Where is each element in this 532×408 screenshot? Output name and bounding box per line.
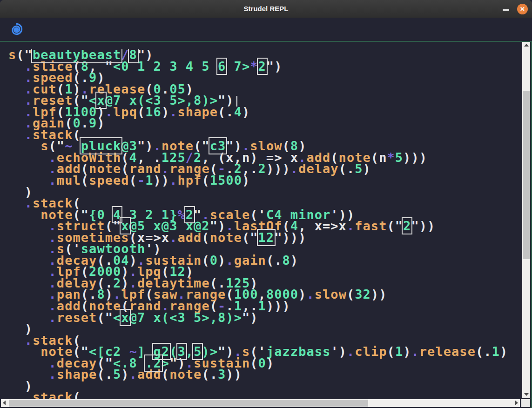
code-token[interactable]: 2 [258, 161, 266, 176]
horizontal-scrollbar[interactable] [1, 399, 520, 407]
code-token[interactable]: ) [242, 105, 250, 119]
code-area[interactable]: s("beautybeast/8") .slice(8, "<0 1 2 3 4… [8, 49, 519, 408]
scroll-left-button[interactable] [1, 399, 8, 407]
code-token[interactable]: (. [202, 367, 218, 381]
code-token[interactable]: 16 [145, 105, 162, 119]
code-token[interactable]: slow [315, 287, 347, 301]
code-token[interactable]: . [81, 116, 89, 130]
code-line[interactable]: .shape(.5).add(note(.3)) [8, 369, 519, 381]
code-token[interactable]: ( [162, 367, 169, 381]
highlighted-token[interactable]: x [121, 310, 129, 325]
code-token[interactable]: add [177, 230, 202, 245]
code-token[interactable]: 5 [395, 150, 403, 165]
highlighted-token[interactable]: 12 [258, 230, 275, 245]
code-line[interactable]: .mul(speed(-1)).hpf(1500) [8, 175, 519, 187]
code-token[interactable]: note [210, 230, 242, 245]
code-token[interactable]: * [250, 59, 258, 74]
code-token[interactable]: 1 [145, 173, 153, 187]
code-token[interactable]: . [129, 367, 137, 381]
code-editor[interactable]: s("beautybeast/8") .slice(8, "<0 1 2 3 4… [0, 41, 532, 408]
code-token[interactable]: )) [154, 173, 170, 187]
minimize-button[interactable] [501, 6, 512, 13]
highlighted-token[interactable]: 2 [258, 59, 266, 74]
code-token[interactable]: ) [266, 356, 274, 370]
code-token[interactable]: * [387, 150, 395, 165]
code-token[interactable]: 5 [113, 367, 121, 381]
code-token[interactable]: (" [97, 310, 113, 325]
code-token[interactable]: 32 [355, 287, 371, 301]
code-token[interactable]: ")) [411, 219, 435, 233]
code-token[interactable]: ( [129, 173, 137, 187]
code-token[interactable]: n [379, 150, 387, 165]
code-token[interactable]: 8 [283, 253, 290, 268]
code-token[interactable]: 9 [89, 116, 97, 130]
code-token[interactable]: 3 [218, 367, 226, 381]
code-token[interactable]: (. [97, 367, 113, 381]
code-line[interactable]: ) [8, 187, 519, 198]
code-token[interactable]: mul [57, 173, 81, 187]
code-token[interactable]: . [49, 310, 57, 325]
code-token[interactable]: @7 x(<3 5>,8)> [129, 310, 242, 325]
vertical-scrollbar[interactable] [522, 42, 530, 398]
code-token[interactable]: ) [97, 116, 105, 130]
code-token[interactable]: ') [330, 344, 347, 359]
code-token[interactable]: clip [355, 344, 387, 359]
code-token[interactable]: ))) [266, 299, 290, 313]
code-token[interactable]: 0 [258, 356, 266, 370]
code-token[interactable]: hpf [177, 173, 202, 187]
code-token[interactable]: ) [218, 253, 226, 268]
code-token[interactable]: 1 [258, 299, 266, 313]
code-token[interactable]: gain [234, 253, 266, 268]
scroll-up-button[interactable] [522, 42, 530, 49]
scroll-right-button[interactable] [512, 399, 520, 407]
code-token[interactable]: (" [242, 230, 258, 245]
code-token[interactable]: . [49, 173, 57, 187]
code-token[interactable]: . [105, 105, 113, 119]
code-token[interactable]: . [169, 105, 177, 119]
close-button[interactable]: ✕ [517, 4, 528, 14]
code-line[interactable]: ) [8, 381, 519, 392]
scroll-down-button[interactable] [522, 391, 530, 398]
code-token[interactable]: speed [89, 173, 129, 187]
code-token[interactable]: fast [355, 219, 387, 233]
code-token[interactable]: . [347, 219, 355, 233]
code-token[interactable]: "))) [274, 230, 306, 245]
code-token[interactable]: ) [298, 287, 306, 301]
code-line[interactable]: .gain(0.9) [8, 118, 519, 129]
code-token[interactable]: ) [363, 161, 371, 176]
highlighted-token[interactable]: 2 [403, 219, 411, 233]
code-token[interactable]: ))) [266, 161, 290, 176]
code-token[interactable]: ))) [403, 150, 427, 165]
code-token[interactable]: 1 [492, 344, 500, 359]
code-token[interactable]: reset [57, 310, 97, 325]
code-token[interactable]: ( [202, 230, 209, 245]
vertical-scrollbar-thumb[interactable] [523, 91, 530, 259]
horizontal-scrollbar-thumb[interactable] [9, 400, 368, 407]
code-line[interactable]: .reset("<x@7 x(<3 5>,8)>") [8, 312, 519, 324]
highlighted-token[interactable]: 6 [218, 59, 226, 74]
code-token[interactable]: 7> [226, 59, 250, 74]
code-token[interactable]: ) [500, 344, 508, 359]
code-token[interactable]: ") [266, 59, 283, 74]
code-token[interactable]: delay [298, 161, 339, 176]
code-token[interactable]: 5 [355, 161, 363, 176]
code-token[interactable]: . [49, 367, 57, 381]
code-token[interactable]: 1 [395, 344, 403, 359]
code-token[interactable]: (. [266, 253, 283, 268]
code-token[interactable]: ( [371, 150, 379, 165]
code-token[interactable]: 4 [234, 105, 242, 119]
code-token[interactable]: (. [476, 344, 492, 359]
code-token[interactable]: ( [347, 287, 355, 301]
code-token[interactable]: - [137, 173, 145, 187]
code-token[interactable]: ( [137, 105, 145, 119]
code-token[interactable]: <0 1 2 3 4 5 [113, 59, 218, 74]
strudel-spiral-logo-icon[interactable] [9, 22, 24, 36]
code-token[interactable]: . [169, 230, 177, 245]
code-token[interactable]: (. [218, 105, 234, 119]
titlebar[interactable]: Strudel REPL ✕ [0, 0, 532, 18]
code-token[interactable]: ) [290, 253, 298, 268]
code-token[interactable]: . [169, 173, 177, 187]
code-token[interactable]: . [250, 161, 258, 176]
code-token[interactable]: (. [339, 161, 355, 176]
code-token[interactable]: ) [121, 367, 129, 381]
